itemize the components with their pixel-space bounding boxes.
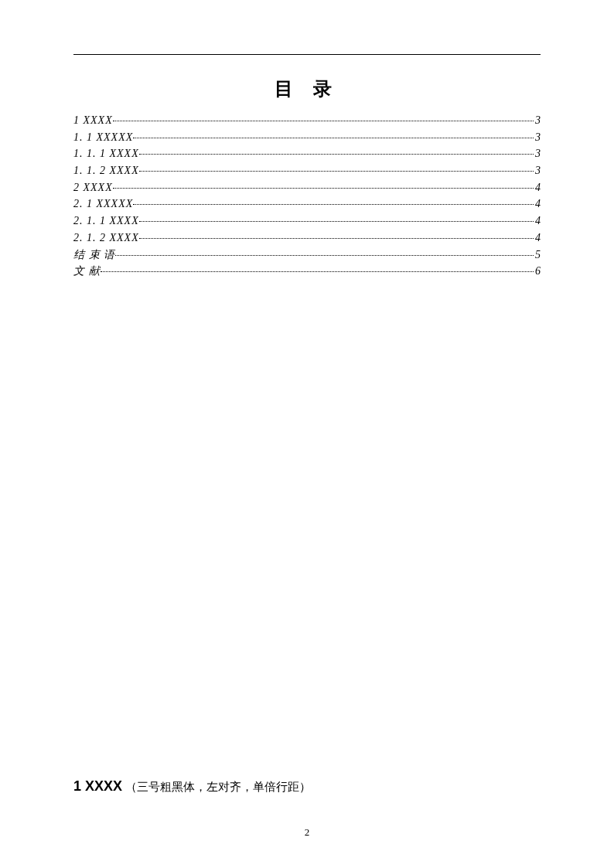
toc-entry-label: 1. 1 XXXXX (73, 129, 133, 146)
toc-entry-label: 1. 1. 2 XXXX (73, 162, 139, 179)
toc-entry: 1. 1. 1 XXXX 3 (73, 145, 541, 162)
section-heading-block: 1 XXXX （三号粗黑体，左对齐，单倍行距） (73, 778, 311, 795)
toc-entry-label: 2 XXXX (73, 179, 113, 196)
toc-entry: 2. 1. 2 XXXX 4 (73, 230, 541, 247)
toc-entry-label: 文 献 (73, 263, 101, 280)
toc-entry: 2 XXXX 4 (73, 179, 541, 196)
toc-list: 1 XXXX 3 1. 1 XXXXX 3 1. 1. 1 XXXX 3 1. … (73, 112, 541, 280)
toc-entry: 2. 1. 1 XXXX 4 (73, 213, 541, 230)
header-rule (73, 54, 541, 55)
toc-entry-label: 2. 1. 1 XXXX (73, 213, 139, 230)
toc-entry-label: 2. 1. 2 XXXX (73, 230, 139, 247)
toc-title: 目 录 (73, 77, 541, 101)
toc-leader-dots (133, 204, 534, 205)
toc-leader-dots (113, 121, 534, 121)
toc-entry-page: 4 (535, 213, 541, 230)
toc-entry: 1. 1 XXXXX 3 (73, 129, 541, 146)
toc-leader-dots (113, 188, 534, 189)
toc-entry-page: 3 (535, 145, 541, 162)
toc-entry-label: 结 束 语 (73, 247, 115, 264)
toc-entry-page: 3 (535, 162, 541, 179)
section-heading-note: （三号粗黑体，左对齐，单倍行距） (125, 781, 311, 793)
toc-entry-page: 4 (535, 196, 541, 213)
toc-entry: 1 XXXX 3 (73, 112, 541, 129)
toc-entry-label: 2. 1 XXXXX (73, 196, 133, 213)
toc-entry-label: 1 XXXX (73, 112, 113, 129)
toc-leader-dots (139, 154, 534, 155)
toc-leader-dots (139, 171, 534, 172)
toc-entry-page: 4 (535, 230, 541, 247)
toc-leader-dots (133, 138, 534, 138)
toc-entry: 1. 1. 2 XXXX 3 (73, 162, 541, 179)
toc-entry: 文 献 6 (73, 263, 541, 280)
toc-leader-dots (139, 221, 534, 222)
toc-leader-dots (115, 255, 534, 256)
toc-entry-page: 5 (535, 247, 541, 264)
toc-entry: 2. 1 XXXXX 4 (73, 196, 541, 213)
toc-entry-page: 3 (535, 112, 541, 129)
toc-entry-page: 6 (535, 263, 541, 280)
document-page: 目 录 1 XXXX 3 1. 1 XXXXX 3 1. 1. 1 XXXX 3… (0, 0, 614, 868)
page-number: 2 (0, 826, 614, 839)
toc-leader-dots (139, 238, 534, 239)
section-heading: 1 XXXX (73, 778, 122, 794)
toc-entry-label: 1. 1. 1 XXXX (73, 145, 139, 162)
toc-entry: 结 束 语 5 (73, 247, 541, 264)
toc-entry-page: 3 (535, 129, 541, 146)
toc-leader-dots (101, 271, 534, 272)
toc-entry-page: 4 (535, 179, 541, 196)
